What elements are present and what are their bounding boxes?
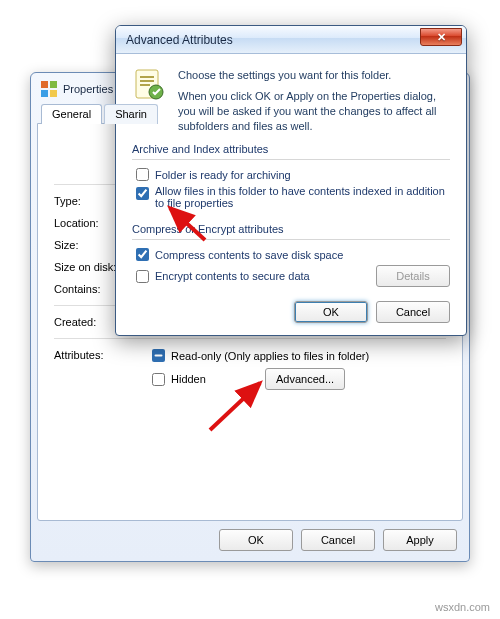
checkbox-archive-ready-label: Folder is ready for archiving [155, 169, 291, 181]
advanced-titlebar[interactable]: Advanced Attributes ✕ [116, 26, 466, 54]
properties-apply-button[interactable]: Apply [383, 529, 457, 551]
properties-tabstrip: General Sharin [37, 103, 463, 123]
advanced-title-text: Advanced Attributes [126, 33, 233, 47]
checkbox-hidden-label: Hidden [171, 373, 241, 385]
checkbox-archive-ready[interactable] [136, 168, 149, 181]
compress-legend: Compress or Encrypt attributes [132, 223, 450, 237]
svg-rect-7 [140, 80, 154, 82]
advanced-attributes-window: Advanced Attributes ✕ Choose the setting… [115, 25, 467, 336]
checkbox-compress-label: Compress contents to save disk space [155, 249, 343, 261]
advanced-button-row: OK Cancel [132, 287, 450, 323]
properties-button-row: OK Cancel Apply [37, 521, 463, 551]
advanced-intro-1: Choose the settings you want for this fo… [178, 68, 450, 83]
svg-rect-0 [41, 81, 48, 88]
file-properties-icon [132, 68, 166, 102]
properties-title-text: Properties [63, 83, 113, 95]
svg-rect-6 [140, 76, 154, 78]
tab-sharing[interactable]: Sharin [104, 104, 158, 124]
checkbox-hidden[interactable] [152, 373, 165, 386]
advanced-button[interactable]: Advanced... [265, 368, 345, 390]
close-button[interactable]: ✕ [420, 28, 462, 46]
svg-rect-1 [50, 81, 57, 88]
tab-general[interactable]: General [41, 104, 102, 124]
checkbox-index-label: Allow files in this folder to have conte… [155, 185, 450, 209]
svg-rect-3 [50, 90, 57, 97]
close-icon: ✕ [437, 31, 446, 44]
checkbox-encrypt-label: Encrypt contents to secure data [155, 270, 310, 282]
compress-group: Compress or Encrypt attributes Compress … [132, 223, 450, 287]
advanced-cancel-button[interactable]: Cancel [376, 301, 450, 323]
svg-rect-8 [140, 84, 150, 86]
archive-legend: Archive and Index attributes [132, 143, 450, 157]
checkbox-readonly[interactable] [152, 349, 165, 362]
checkbox-encrypt[interactable] [136, 270, 149, 283]
details-button[interactable]: Details [376, 265, 450, 287]
label-attributes: Attributes: [54, 349, 144, 396]
checkbox-compress[interactable] [136, 248, 149, 261]
archive-group: Archive and Index attributes Folder is r… [132, 143, 450, 209]
advanced-ok-button[interactable]: OK [294, 301, 368, 323]
windows-icon [41, 81, 57, 97]
checkbox-index[interactable] [136, 187, 149, 200]
properties-cancel-button[interactable]: Cancel [301, 529, 375, 551]
checkbox-readonly-label: Read-only (Only applies to files in fold… [171, 350, 369, 362]
svg-rect-2 [41, 90, 48, 97]
watermark: wsxdn.com [435, 601, 490, 613]
properties-ok-button[interactable]: OK [219, 529, 293, 551]
